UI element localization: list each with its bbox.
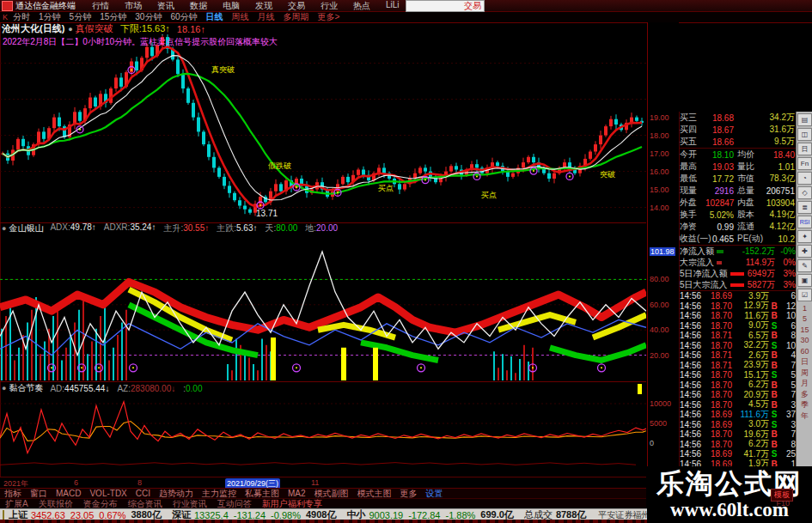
- capture-icon[interactable]: ▣: [797, 274, 812, 287]
- tick-time: 14:56: [680, 370, 705, 380]
- quote-panel: 买三18.6834.2万买四18.6731.6万买五18.669.5万今开18.…: [679, 112, 797, 466]
- tick-flag: S: [769, 341, 779, 350]
- list-icon[interactable]: ≣: [797, 201, 812, 214]
- index-value: -172.84: [408, 510, 440, 520]
- period-item-更多>[interactable]: 更多>: [318, 11, 340, 23]
- quote-row: 换手5.02%股本4.19亿: [680, 209, 797, 221]
- quote-value: 206751: [766, 186, 797, 196]
- tick-price: 18.70: [705, 301, 732, 311]
- tick-flag: S: [769, 410, 779, 419]
- bid-label: 买五: [680, 136, 705, 148]
- symbol-name[interactable]: 沧州大化(日线): [2, 22, 64, 35]
- flow-label: 5日净流入额: [680, 268, 728, 280]
- bottom-indicator-name[interactable]: 黏合节奏: [9, 382, 43, 394]
- tick-time: 14:56: [680, 331, 705, 340]
- index-value: 0.67%: [99, 510, 125, 520]
- main-candlestick-chart[interactable]: 真突破假跌破买点买点突破23.4513.71: [0, 34, 646, 222]
- period-item-多周期[interactable]: 多周期: [284, 11, 309, 23]
- menu-item-市场[interactable]: 市场: [117, 0, 150, 12]
- f10-label[interactable]: F10: [776, 499, 790, 508]
- menu-item-热点[interactable]: 热点: [345, 0, 378, 12]
- mid-indicator-name[interactable]: 金山银山: [9, 222, 43, 234]
- tab-MACD[interactable]: MACD: [56, 489, 81, 498]
- quote-value: 18.40: [766, 150, 797, 160]
- window-icon[interactable]: ◫: [797, 128, 812, 141]
- flow-meter: [730, 272, 744, 276]
- period-item-30分钟[interactable]: 30分钟: [135, 11, 162, 23]
- date-axis[interactable]: 2021年682021/09/29(三)11: [0, 477, 646, 488]
- quote-label: 量比: [737, 161, 766, 173]
- period-item-月线[interactable]: 月线: [258, 11, 275, 23]
- period-item-15分钟[interactable]: 15分钟: [100, 11, 126, 23]
- rsi-icon[interactable]: RSI: [797, 216, 812, 228]
- period-item-周线[interactable]: 周线: [232, 11, 249, 23]
- quote-label: 内盘: [737, 197, 766, 209]
- period-shortcut-多[interactable]: 多: [801, 391, 809, 398]
- period-item-60分钟[interactable]: 60分钟: [170, 11, 197, 23]
- period-item-5分钟[interactable]: 5分钟: [70, 11, 92, 23]
- quote-label: 均价: [737, 149, 766, 161]
- period-shortcut-15[interactable]: 15: [800, 326, 809, 334]
- menu-item-发现[interactable]: 发现: [247, 0, 280, 12]
- period-shortcut-60[interactable]: 60: [800, 348, 809, 356]
- flow-percent: -0%: [775, 246, 797, 256]
- mid-indicator-chart[interactable]: [0, 234, 646, 380]
- status-bar: 上证3452.6323.050.67%3880亿深证13325.4-131.24…: [0, 508, 650, 520]
- kline-icon[interactable]: K: [3, 13, 8, 21]
- indicator-dot-icon: ●: [2, 384, 6, 392]
- date-label[interactable]: 6: [74, 478, 78, 487]
- bottom-indicator-chart[interactable]: [0, 382, 646, 475]
- quote-label: 最高: [680, 161, 705, 173]
- tick-count: 25: [779, 449, 797, 459]
- calendar-icon[interactable]: 日: [797, 143, 812, 155]
- note-icon[interactable]: [3, 510, 4, 520]
- tab-CCI[interactable]: CCI: [136, 489, 150, 498]
- bid-price: 18.66: [705, 137, 734, 147]
- tick-price: 18.70: [705, 440, 732, 449]
- move-icon[interactable]: ✚: [797, 245, 812, 258]
- tick-flag: B: [769, 331, 779, 340]
- main-indicator-name[interactable]: 真假突破: [76, 22, 113, 35]
- diamond-icon[interactable]: ◇: [797, 186, 812, 199]
- fn-icon[interactable]: Fn: [797, 157, 812, 170]
- quote-row: 收益(一)0.465PE(动)10.2: [680, 233, 797, 245]
- period-item-日线[interactable]: 日线: [206, 11, 223, 23]
- menu-item-LiLi[interactable]: LiLi: [378, 0, 407, 12]
- trade-float-panel[interactable]: 交易: [406, 0, 485, 12]
- check-icon[interactable]: ☑: [797, 289, 812, 301]
- tab-VOL-TDX[interactable]: VOL-TDX: [89, 489, 126, 498]
- period-shortcut-1[interactable]: 1: [803, 305, 807, 313]
- menu-item-行业[interactable]: 行业: [313, 0, 345, 12]
- period-shortcut-季[interactable]: 季: [801, 401, 809, 409]
- period-shortcut-30[interactable]: 30: [800, 337, 809, 344]
- menu-item-交易[interactable]: 交易: [280, 0, 313, 12]
- trade-button[interactable]: 交易: [464, 0, 481, 12]
- period-item-分时[interactable]: 分时: [13, 11, 30, 23]
- tdx-terminal-window: 通达信金融终端 行情市场资讯数据电脑发现交易行业热点LiLi 交易 K 分时1分…: [0, 0, 812, 523]
- tick-count: 8: [779, 331, 797, 340]
- menu-item-资讯[interactable]: 资讯: [150, 0, 182, 12]
- date-label[interactable]: 8: [137, 478, 142, 487]
- date-label[interactable]: 11: [311, 478, 319, 487]
- tick-time: 14:56: [680, 321, 705, 331]
- pen-icon[interactable]: ✎: [797, 259, 812, 272]
- axis-label: 18.00: [650, 131, 669, 140]
- menu-item-数据[interactable]: 数据: [182, 0, 215, 12]
- menu-item-行情[interactable]: 行情: [84, 0, 117, 12]
- menu-item-电脑[interactable]: 电脑: [215, 0, 247, 12]
- panel-icon[interactable]: ▤: [797, 113, 812, 126]
- tick-price: 18.69: [705, 410, 732, 419]
- main-chart-header: 沧州大化(日线) ● 真假突破 下限:15.63↑ 18.16↑: [2, 23, 646, 34]
- star-icon[interactable]: ✦: [797, 230, 812, 243]
- tick-price: 18.69: [705, 420, 732, 429]
- period-shortcut-日[interactable]: 日: [801, 358, 809, 366]
- period-shortcut-5[interactable]: 5: [803, 315, 807, 323]
- clock-icon[interactable]: ◔: [797, 172, 812, 185]
- tab-MA2[interactable]: MA2: [288, 489, 306, 498]
- extension-tabs-row: 扩展A关联报价资金分布综合资讯行业资讯互动问答新用户福利专享: [0, 498, 646, 508]
- period-shortcut-月[interactable]: 月: [801, 380, 809, 387]
- period-shortcut-周[interactable]: 周: [801, 369, 809, 377]
- period-items: 分时1分钟5分钟15分钟30分钟60分钟日线周线月线多周期更多>: [13, 11, 348, 23]
- period-shortcut-年[interactable]: 年: [801, 412, 809, 420]
- period-item-1分钟[interactable]: 1分钟: [39, 11, 61, 23]
